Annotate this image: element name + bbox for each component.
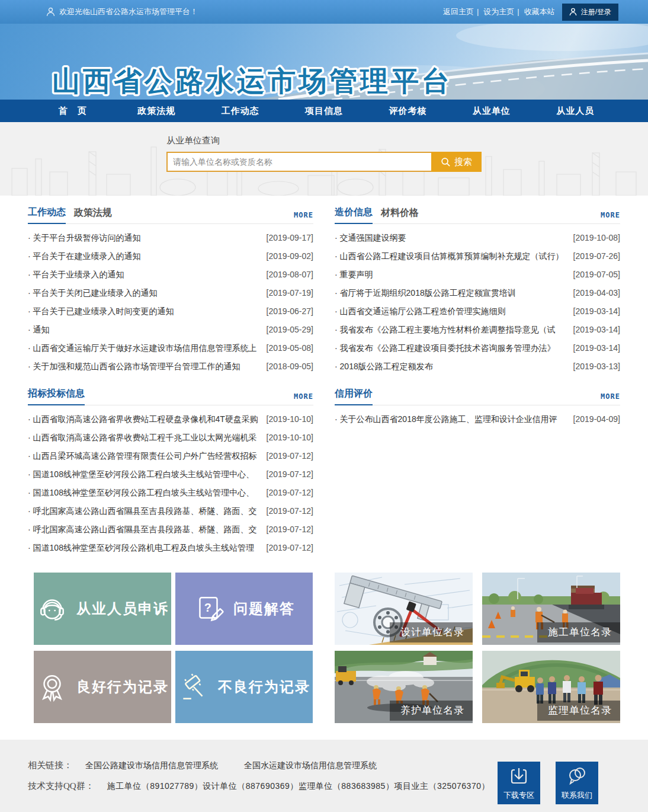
unit-search-input[interactable] [166,152,431,172]
contact-us-button[interactable]: 联系我们 [556,762,598,804]
qq-support-label: 技术支持QQ群： [28,781,94,792]
nav-item[interactable]: 从业单位 [450,100,533,122]
news-item[interactable]: 关于加强和规范山西省公路市场管理平台管理工作的通知 [2018-09-05] [28,357,313,376]
directory-gallery: 设计单位名录 [335,573,620,729]
qq-support-groups: 施工单位（891027789）设计单位（887690369）监理单位（88368… [107,781,490,792]
news-item[interactable]: 山西省公路工程建设项目估算概算预算编制补充规定（试行） [2019-07-26] [335,247,620,266]
page-title: 山西省公路水运市场管理平台 [52,65,453,97]
maintenance-unit-directory[interactable]: 养护单位名录 [335,651,473,723]
news-item[interactable]: 国道108线神堂堡至砂河段公路机电工程及白坡头主线站管理 [2019-07-12… [28,539,313,557]
search-section-title: 从业单位查询 [166,135,482,146]
tab-policy[interactable]: 政策法规 [74,207,112,223]
news-item[interactable]: 通知 [2019-05-29] [28,321,313,339]
tab-material-price[interactable]: 材料价格 [381,207,419,223]
footer-link[interactable]: 全国公路建设市场信用信息管理系统 [85,760,218,770]
download-zone-button[interactable]: 下载专区 [498,762,540,804]
news-item[interactable]: 山西省取消高速公路省界收费站工程千兆工业以太网光端机采 [2019-10-10] [28,429,313,447]
topbar-link[interactable]: 设为主页 [483,7,524,16]
topbar-link[interactable]: 收藏本站 [524,7,555,16]
tab-work-news[interactable]: 工作动态 [28,206,66,224]
design-unit-directory[interactable]: 设计单位名录 [335,573,473,645]
news-item[interactable]: 山西省交通运输厅关于做好水运建设市场信用信息管理系统上 [2019-05-08] [28,339,313,357]
news-item[interactable]: 山西省交通运输厅公路工程造价管理实施细则 [2019-03-14] [335,302,620,321]
svg-text:?: ? [204,601,211,614]
news-item[interactable]: 平台关于业绩录入的通知 [2019-08-07] [28,266,313,284]
news-item[interactable]: 山西吕梁环城高速公路管理有限责任公司户外广告经营权招标 [2019-07-12] [28,447,313,465]
nav-item[interactable]: 首 页 [31,100,114,122]
medal-icon [36,671,68,703]
news-item[interactable]: 交通强国建设纲要 [2019-10-08] [335,229,620,247]
more-link-bidding[interactable]: MORE [294,392,313,405]
news-item[interactable]: 2018版公路工程定额发布 [2019-03-13] [335,357,620,376]
news-item[interactable]: 我省发布《公路工程建设项目委托技术咨询服务管理办法》 [2019-03-14] [335,339,620,357]
photo-label: 监理单位名录 [537,701,620,721]
tab-credit-rating[interactable]: 信用评价 [335,388,373,405]
tab-bidding-info[interactable]: 招标投标信息 [28,388,85,405]
supervision-unit-directory[interactable]: 监理单位名录 [482,651,620,723]
gavel-icon [178,671,210,703]
topbar: 欢迎光临山西省公路水运市场管理平台！ 返回主页设为主页收藏本站 注册/登录 [0,0,648,24]
photo-label: 施工单位名录 [537,622,620,642]
section-bidding-info: 招标投标信息 MORE 山西省取消高速公路省界收费站工程硬盘录像机和4T硬盘采购… [28,388,313,557]
photo-label: 设计单位名录 [390,622,473,642]
site-banner: 山西省公路水运市场管理平台 [0,24,648,100]
user-icon [569,8,577,16]
search-button[interactable]: 搜索 [431,152,482,172]
section-cost-info: 造价信息 材料价格 MORE 交通强国建设纲要 [2019-10-08] 山西省… [335,206,620,376]
nav-item[interactable]: 项目信息 [282,100,365,122]
news-item[interactable]: 我省发布《公路工程主要地方性材料价差调整指导意见（试 [2019-03-14] [335,321,620,339]
news-item[interactable]: 呼北国家高速公路山西省隰县至吉县段路基、桥隧、路面、交 [2019-07-12] [28,502,313,520]
headset-agent-icon [36,593,68,625]
news-item[interactable]: 重要声明 [2019-07-05] [335,266,620,284]
register-login-button[interactable]: 注册/登录 [562,4,618,21]
news-item[interactable]: 关于平台升级暂停访问的通知 [2019-09-17] [28,229,313,247]
nav-item[interactable]: 从业人员 [534,100,617,122]
news-item[interactable]: 省厅将于近期组织2018版公路工程定额宣贯培训 [2019-04-03] [335,284,620,302]
personnel-appeal-button[interactable]: 从业人员申诉 [34,573,171,645]
nav-item[interactable]: 工作动态 [198,100,282,122]
qa-button[interactable]: ? 问题解答 [175,573,313,645]
news-item[interactable]: 平台关于已建业绩录入时间变更的通知 [2019-06-27] [28,302,313,321]
nav-item[interactable]: 评价考核 [366,100,450,122]
good-behavior-record-button[interactable]: 良好行为记录 [34,651,171,723]
search-icon [441,157,451,167]
main-nav: 首 页政策法规工作动态项目信息评价考核从业单位从业人员 [0,100,648,122]
user-icon [46,7,55,17]
news-item[interactable]: 山西省取消高速公路省界收费站工程硬盘录像机和4T硬盘采购 [2019-10-10… [28,410,313,429]
section-work-news: 工作动态 政策法规 MORE 关于平台升级暂停访问的通知 [2019-09-17… [28,206,313,376]
news-item[interactable]: 平台关于在建业绩录入的通知 [2019-09-02] [28,247,313,266]
topbar-link[interactable]: 返回主页 [443,7,483,16]
construction-unit-directory[interactable]: 施工单位名录 [482,573,620,645]
download-icon [508,766,530,787]
news-item[interactable]: 呼北国家高速公路山西省隰县至吉县段路基、桥隧、路面、交 [2019-07-12] [28,520,313,539]
news-item[interactable]: 关于公布山西省2018年度公路施工、监理和设计企业信用评 [2019-04-09… [335,410,620,429]
footer-link[interactable]: 全国水运建设市场信用信息管理系统 [244,760,377,770]
news-item[interactable]: 国道108线神堂堡至砂河段公路工程白坡头主线站管理中心、 [2019-07-12… [28,484,313,502]
related-links-label: 相关链接： [28,760,72,771]
question-note-icon: ? [193,593,225,625]
more-link-credit[interactable]: MORE [601,392,620,405]
section-credit-rating: 信用评价 MORE 关于公布山西省2018年度公路施工、监理和设计企业信用评 [… [335,388,620,557]
more-link-cost[interactable]: MORE [601,211,620,223]
welcome-text: 欢迎光临山西省公路水运市场管理平台！ [59,7,198,17]
more-link-work[interactable]: MORE [294,211,313,223]
tab-cost-info[interactable]: 造价信息 [335,206,373,224]
news-item[interactable]: 平台关于关闭已建业绩录入的通知 [2019-07-19] [28,284,313,302]
footer: 相关链接： 全国公路建设市场信用信息管理系统全国水运建设市场信用信息管理系统 技… [0,740,648,812]
chat-icon [566,766,588,787]
bad-behavior-record-button[interactable]: 不良行为记录 [175,651,313,723]
quick-links: 从业人员申诉 ? 问题解答 [28,573,313,729]
photo-label: 养护单位名录 [390,701,473,721]
news-item[interactable]: 国道108线神堂堡至砂河段公路工程白坡头主线站管理中心、 [2019-07-12… [28,465,313,484]
unit-search-section: 从业单位查询 搜索 [0,122,648,196]
nav-item[interactable]: 政策法规 [114,100,198,122]
